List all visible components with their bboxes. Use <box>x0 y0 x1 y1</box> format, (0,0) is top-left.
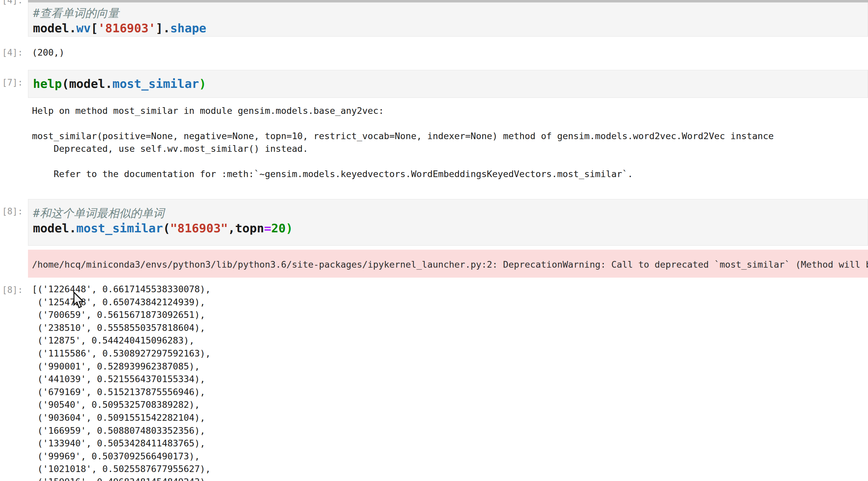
output-prompt-cell4: [4]: <box>2 47 23 58</box>
input-prompt-cell7: [7]: <box>2 77 23 88</box>
input-prompt-cell4: [4]: <box>2 0 23 5</box>
output-text-cell4: (200,) <box>32 46 65 59</box>
code-cell-4-input[interactable]: #查看单词的向量 model.wv['816903'].shape <box>28 2 868 37</box>
code-comment-cell4: #查看单词的向量 <box>33 5 868 21</box>
output-prompt-cell8: [8]: <box>2 285 23 295</box>
input-prompt-cell8: [8]: <box>2 206 23 216</box>
stderr-warning-text: /home/hcq/miniconda3/envs/python3/lib/py… <box>32 258 868 271</box>
code-line-cell8: model.most_similar("816903",topn=20) <box>33 221 868 236</box>
code-cell-8-input[interactable]: #和这个单词最相似的单词 model.most_similar("816903"… <box>28 199 868 246</box>
stderr-warning-banner: /home/hcq/miniconda3/envs/python3/lib/py… <box>28 250 868 278</box>
code-line-cell4: model.wv['816903'].shape <box>33 21 868 36</box>
results-output-cell8: [('1226448', 0.6617145538330078), ('1254… <box>32 283 211 481</box>
help-output-cell7: Help on method most_similar in module ge… <box>32 104 774 181</box>
code-cell-7-input[interactable]: help(model.most_similar) <box>28 70 868 98</box>
previous-cell-edge <box>28 0 868 2</box>
code-comment-cell8: #和这个单词最相似的单词 <box>33 205 868 221</box>
code-line-cell7: help(model.most_similar) <box>33 76 868 92</box>
notebook-page: [4]: #查看单词的向量 model.wv['816903'].shape [… <box>0 0 868 481</box>
